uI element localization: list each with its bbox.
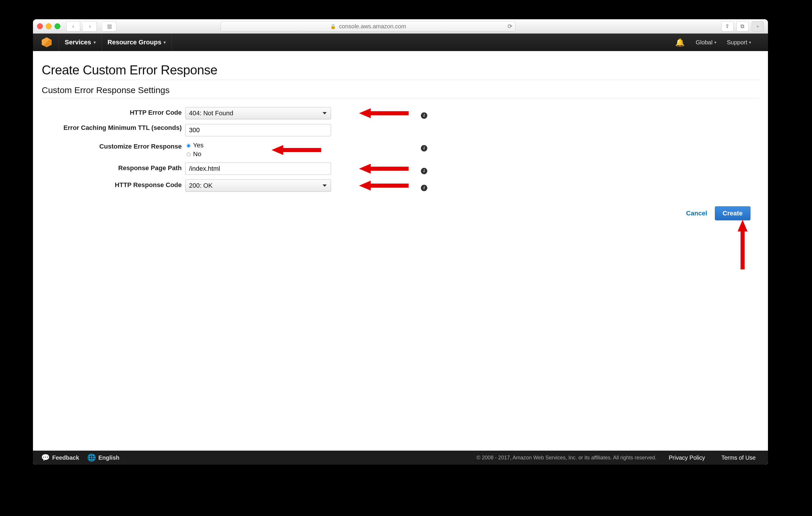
annotation-arrow <box>359 110 409 116</box>
label-response-code: HTTP Response Code <box>42 180 182 189</box>
footer-language-label: English <box>98 455 119 461</box>
chevron-down-icon: ▾ <box>164 40 166 45</box>
content: Create Custom Error Response Custom Erro… <box>33 51 768 220</box>
label-http-error-code: HTTP Error Code <box>42 107 182 116</box>
nav-services-label: Services <box>65 38 91 46</box>
chevron-down-icon: ▾ <box>94 40 96 45</box>
nav-resource-groups-label: Resource Groups <box>108 38 162 46</box>
address-bar[interactable]: 🔒 console.aws.amazon.com ⟳ <box>221 21 516 31</box>
speech-icon: 💬 <box>41 454 50 462</box>
customize-yes-radio[interactable] <box>187 144 191 148</box>
customize-yes-label: Yes <box>193 141 204 149</box>
http-error-code-select[interactable]: 404: Not Found <box>185 107 331 119</box>
annotation-arrow <box>359 165 409 172</box>
page-body: Create Custom Error Response Custom Erro… <box>33 51 768 465</box>
customize-no-radio[interactable] <box>187 153 191 157</box>
info-icon[interactable]: i <box>421 185 427 191</box>
info-icon[interactable]: i <box>421 145 427 152</box>
new-tab-button[interactable]: ＋ <box>752 21 764 31</box>
form-actions: Cancel Create <box>42 196 759 220</box>
globe-icon: 🌐 <box>87 454 96 462</box>
label-page-path: Response Page Path <box>42 163 182 172</box>
share-icon: ⇪ <box>725 23 729 29</box>
window-close-button[interactable] <box>37 23 43 29</box>
safari-titlebar: ‹ › ▥ 🔒 console.aws.amazon.com ⟳ ⇪ ⧉ ＋ <box>33 19 768 33</box>
nav-region-label: Global <box>696 39 713 46</box>
svg-marker-1 <box>271 145 321 155</box>
address-bar-host: console.aws.amazon.com <box>339 23 406 30</box>
response-code-value: 200: OK <box>189 182 213 189</box>
nav-support-label: Support <box>727 39 747 46</box>
page-title: Create Custom Error Response <box>42 63 759 77</box>
nav-region[interactable]: Global ▾ <box>690 39 722 46</box>
aws-top-nav: Services ▾ Resource Groups ▾ 🔔 Global ▾ … <box>33 33 768 51</box>
svg-marker-0 <box>359 108 409 118</box>
create-button[interactable]: Create <box>715 206 750 220</box>
nav-support[interactable]: Support ▾ <box>722 39 756 46</box>
row-response-code: HTTP Response Code 200: OK i <box>42 180 759 192</box>
svg-marker-4 <box>737 220 748 269</box>
browser-window: ‹ › ▥ 🔒 console.aws.amazon.com ⟳ ⇪ ⧉ ＋ <box>33 19 768 465</box>
row-customize: Customize Error Response Yes No <box>42 141 759 158</box>
chevron-down-icon: ▾ <box>749 40 751 45</box>
cancel-button[interactable]: Cancel <box>686 210 707 217</box>
plus-icon: ＋ <box>755 23 760 30</box>
reload-icon[interactable]: ⟳ <box>508 23 513 30</box>
nav-resource-groups[interactable]: Resource Groups ▾ <box>102 33 172 51</box>
browser-back-button[interactable]: ‹ <box>66 21 80 31</box>
info-icon[interactable]: i <box>421 168 427 174</box>
footer-language[interactable]: 🌐 English <box>87 454 119 462</box>
footer-feedback-label: Feedback <box>52 455 79 461</box>
row-http-error-code: HTTP Error Code 404: Not Found i <box>42 107 759 119</box>
footer-feedback[interactable]: 💬 Feedback <box>41 454 79 462</box>
share-button[interactable]: ⇪ <box>721 21 733 31</box>
aws-footer: 💬 Feedback 🌐 English © 2008 - 2017, Amaz… <box>33 451 768 465</box>
tabs-button[interactable]: ⧉ <box>736 21 749 31</box>
chevron-down-icon: ▾ <box>714 40 716 45</box>
row-ttl: Error Caching Minimum TTL (seconds) <box>42 124 759 136</box>
sidebar-icon: ▥ <box>107 23 112 29</box>
svg-marker-3 <box>359 181 409 191</box>
customize-no-label: No <box>193 150 201 158</box>
aws-logo-icon[interactable] <box>42 37 52 47</box>
http-error-code-value: 404: Not Found <box>189 109 233 117</box>
chevron-right-icon: › <box>89 23 91 29</box>
form: HTTP Error Code 404: Not Found i <box>42 107 759 192</box>
response-code-select[interactable]: 200: OK <box>185 180 331 192</box>
window-zoom-button[interactable] <box>55 23 60 29</box>
label-ttl: Error Caching Minimum TTL (seconds) <box>42 124 182 132</box>
nav-services[interactable]: Services ▾ <box>59 33 102 51</box>
notifications-button[interactable]: 🔔 <box>669 38 690 47</box>
ttl-input[interactable] <box>185 124 331 136</box>
page-path-input[interactable] <box>185 163 331 175</box>
chevron-left-icon: ‹ <box>72 23 74 29</box>
footer-terms-link[interactable]: Terms of Use <box>717 455 760 461</box>
info-icon[interactable]: i <box>421 112 427 119</box>
section-title: Custom Error Response Settings <box>42 85 759 95</box>
svg-marker-2 <box>359 164 409 174</box>
label-customize: Customize Error Response <box>42 141 182 150</box>
row-page-path: Response Page Path i <box>42 163 759 175</box>
window-minimize-button[interactable] <box>46 23 52 29</box>
footer-copyright: © 2008 - 2017, Amazon Web Services, Inc.… <box>476 455 657 461</box>
browser-forward-button[interactable]: › <box>83 21 97 31</box>
annotation-arrow <box>271 147 409 153</box>
bell-icon: 🔔 <box>675 38 685 47</box>
browser-sidebar-button[interactable]: ▥ <box>103 21 116 31</box>
tabs-icon: ⧉ <box>741 23 744 29</box>
window-controls <box>37 23 60 29</box>
footer-privacy-link[interactable]: Privacy Policy <box>665 455 709 461</box>
lock-icon: 🔒 <box>330 24 336 29</box>
annotation-arrow-up <box>736 220 746 267</box>
divider <box>42 80 759 80</box>
annotation-arrow <box>359 183 409 189</box>
